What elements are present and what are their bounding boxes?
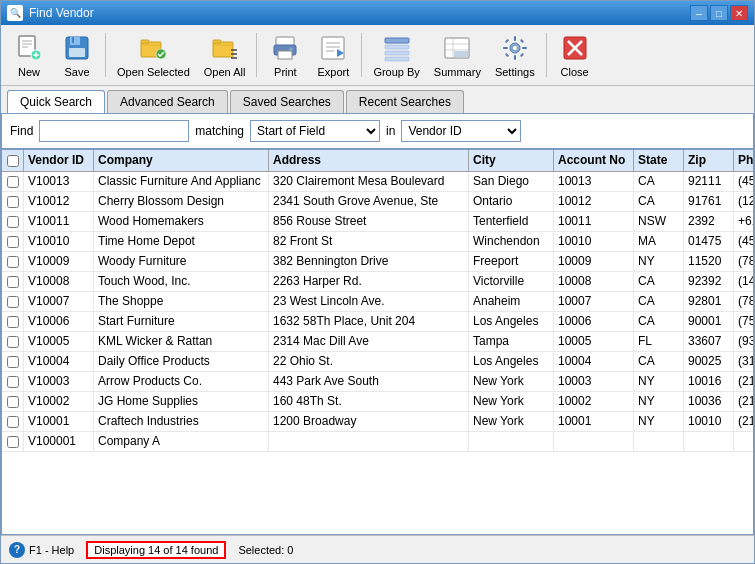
toolbar-separator-1: [105, 33, 106, 77]
header-checkbox-col[interactable]: [2, 150, 24, 171]
settings-button[interactable]: Settings: [490, 29, 540, 81]
row-checkbox-cell[interactable]: [2, 432, 24, 451]
maximize-button[interactable]: □: [710, 5, 728, 21]
row-checkbox-cell[interactable]: [2, 172, 24, 191]
new-icon: [13, 32, 45, 64]
header-address[interactable]: Address: [269, 150, 469, 171]
new-button[interactable]: New: [7, 29, 51, 81]
row-checkbox-cell[interactable]: [2, 252, 24, 271]
settings-label: Settings: [495, 66, 535, 78]
tab-recent-searches[interactable]: Recent Searches: [346, 90, 464, 113]
table-row[interactable]: V10002 JG Home Supplies 160 48Th St. New…: [2, 392, 753, 412]
row-checkbox[interactable]: [7, 336, 19, 348]
svg-rect-43: [505, 39, 509, 43]
save-label: Save: [64, 66, 89, 78]
window-close-button[interactable]: ✕: [730, 5, 748, 21]
table-row[interactable]: V10004 Daily Office Products 22 Ohio St.…: [2, 352, 753, 372]
table-row[interactable]: V10013 Classic Furniture And Applianc 32…: [2, 172, 753, 192]
cell-zip: 92392: [684, 272, 734, 291]
header-zip[interactable]: Zip: [684, 150, 734, 171]
table-row[interactable]: V10010 Time Home Depot 82 Front St Winch…: [2, 232, 753, 252]
cell-company: Company A: [94, 432, 269, 451]
group-by-button[interactable]: Group By: [368, 29, 424, 81]
row-checkbox-cell[interactable]: [2, 332, 24, 351]
table-row[interactable]: V10009 Woody Furniture 382 Bennington Dr…: [2, 252, 753, 272]
cell-account-no: 10011: [554, 212, 634, 231]
table-row[interactable]: V10007 The Shoppe 23 West Lincoln Ave. A…: [2, 292, 753, 312]
header-company[interactable]: Company: [94, 150, 269, 171]
row-checkbox-cell[interactable]: [2, 412, 24, 431]
group-by-label: Group By: [373, 66, 419, 78]
row-checkbox-cell[interactable]: [2, 372, 24, 391]
row-checkbox[interactable]: [7, 376, 19, 388]
row-checkbox-cell[interactable]: [2, 312, 24, 331]
row-checkbox[interactable]: [7, 216, 19, 228]
header-vendor-id[interactable]: Vendor ID: [24, 150, 94, 171]
row-checkbox-cell[interactable]: [2, 352, 24, 371]
cell-zip: 90025: [684, 352, 734, 371]
tab-saved-searches[interactable]: Saved Searches: [230, 90, 344, 113]
header-state[interactable]: State: [634, 150, 684, 171]
matching-select[interactable]: Start of Field Any Part of Field Entire …: [250, 120, 380, 142]
row-checkbox[interactable]: [7, 236, 19, 248]
select-all-checkbox[interactable]: [7, 155, 19, 167]
cell-vendor-id: V10004: [24, 352, 94, 371]
open-all-icon: [209, 32, 241, 64]
table-row[interactable]: V100001 Company A: [2, 432, 753, 452]
table-row[interactable]: V10005 KML Wicker & Rattan 2314 Mac Dill…: [2, 332, 753, 352]
open-selected-button[interactable]: Open Selected: [112, 29, 195, 81]
tab-quick-search[interactable]: Quick Search: [7, 90, 105, 113]
print-label: Print: [274, 66, 297, 78]
cell-company: Daily Office Products: [94, 352, 269, 371]
cell-zip: 10016: [684, 372, 734, 391]
row-checkbox[interactable]: [7, 276, 19, 288]
row-checkbox[interactable]: [7, 176, 19, 188]
header-phone[interactable]: Phone: [734, 150, 754, 171]
table-row[interactable]: V10008 Touch Wood, Inc. 2263 Harper Rd. …: [2, 272, 753, 292]
tab-advanced-search[interactable]: Advanced Search: [107, 90, 228, 113]
row-checkbox-cell[interactable]: [2, 232, 24, 251]
table-row[interactable]: V10003 Arrow Products Co. 443 Park Ave S…: [2, 372, 753, 392]
cell-state: CA: [634, 312, 684, 331]
row-checkbox[interactable]: [7, 296, 19, 308]
open-all-button[interactable]: Open All: [199, 29, 251, 81]
print-button[interactable]: Print: [263, 29, 307, 81]
row-checkbox[interactable]: [7, 316, 19, 328]
header-city[interactable]: City: [469, 150, 554, 171]
cell-city: Los Angeles: [469, 312, 554, 331]
cell-zip: 10036: [684, 392, 734, 411]
cell-zip: 01475: [684, 232, 734, 251]
row-checkbox-cell[interactable]: [2, 392, 24, 411]
cell-city: New York: [469, 392, 554, 411]
cell-phone: +61 (081) 2564: [734, 212, 753, 231]
row-checkbox-cell[interactable]: [2, 292, 24, 311]
row-checkbox[interactable]: [7, 256, 19, 268]
svg-rect-8: [70, 37, 80, 45]
row-checkbox[interactable]: [7, 356, 19, 368]
header-account-no[interactable]: Account No: [554, 150, 634, 171]
cell-zip: 92801: [684, 292, 734, 311]
row-checkbox-cell[interactable]: [2, 272, 24, 291]
table-row[interactable]: V10012 Cherry Blossom Design 2341 South …: [2, 192, 753, 212]
table-row[interactable]: V10001 Craftech Industries 1200 Broadway…: [2, 412, 753, 432]
cell-account-no: 10005: [554, 332, 634, 351]
row-checkbox[interactable]: [7, 196, 19, 208]
row-checkbox[interactable]: [7, 436, 19, 448]
toolbar-separator-2: [256, 33, 257, 77]
find-input[interactable]: [39, 120, 189, 142]
close-button[interactable]: Close: [553, 29, 597, 81]
save-button[interactable]: Save: [55, 29, 99, 81]
row-checkbox-cell[interactable]: [2, 192, 24, 211]
cell-address: 1632 58Th Place, Unit 204: [269, 312, 469, 331]
row-checkbox-cell[interactable]: [2, 212, 24, 231]
table-row[interactable]: V10011 Wood Homemakers 856 Rouse Street …: [2, 212, 753, 232]
row-checkbox[interactable]: [7, 396, 19, 408]
summary-button[interactable]: Summary: [429, 29, 486, 81]
table-row[interactable]: V10006 Start Furniture 1632 58Th Place, …: [2, 312, 753, 332]
cell-state: FL: [634, 332, 684, 351]
minimize-button[interactable]: –: [690, 5, 708, 21]
field-select[interactable]: Vendor ID Company Address City Account N…: [401, 120, 521, 142]
row-checkbox[interactable]: [7, 416, 19, 428]
svg-rect-9: [69, 48, 85, 57]
export-button[interactable]: Export: [311, 29, 355, 81]
